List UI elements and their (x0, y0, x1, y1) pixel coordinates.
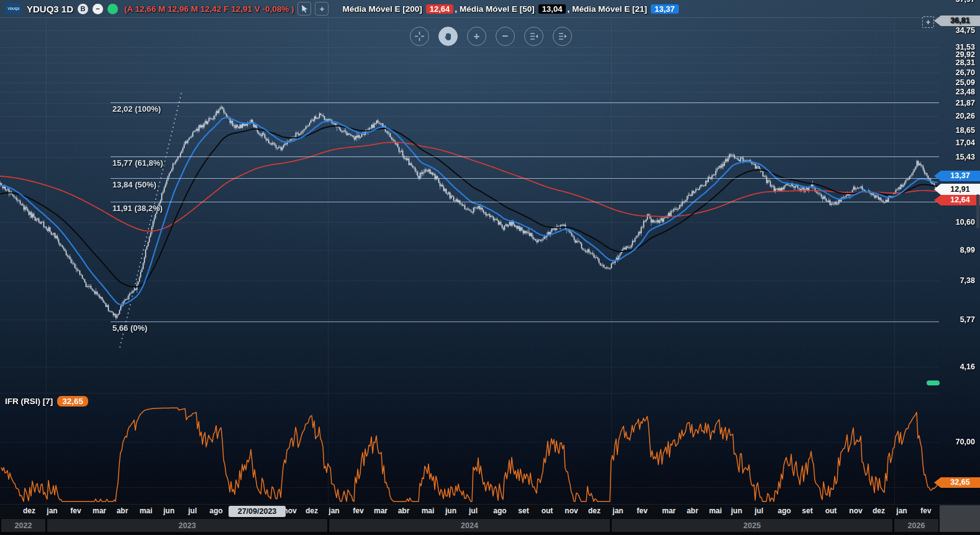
month-label: jul (188, 506, 197, 515)
year-band: 2026 (894, 519, 938, 532)
fib-level-line[interactable] (111, 202, 939, 202)
rsi-indicator-header: IFR (RSI) [7] 32,65 (5, 396, 88, 407)
month-label: ago (493, 506, 506, 515)
price-tick-label: 23,48 (938, 87, 975, 97)
year-band: 2025 (612, 519, 892, 532)
fib-level-label[interactable]: 22,02 (100%) (112, 104, 161, 114)
month-label: mai (140, 506, 153, 515)
month-label: abr (687, 506, 699, 515)
month-label: mar (662, 506, 676, 515)
time-axis[interactable]: dezjanfevmarabrmaijunjulagosetoutnovdezj… (0, 504, 980, 535)
month-label: mai (422, 506, 435, 515)
fib-level-line[interactable] (111, 156, 939, 157)
fib-level-line[interactable] (111, 321, 939, 322)
price-tick-label: 21,87 (938, 98, 975, 108)
axis-corner-block (940, 505, 980, 532)
month-label: jul (469, 506, 478, 515)
month-label: jan (47, 506, 57, 515)
ma21-value-badge[interactable]: 13,37 (651, 4, 679, 14)
month-label: nov (565, 506, 578, 515)
exchange-b-icon[interactable]: B (78, 4, 88, 14)
month-label: fev (353, 506, 363, 515)
price-tick-label: 4,16 (938, 362, 975, 372)
month-label: ago (209, 506, 222, 515)
price-tick-label: 28,31 (938, 58, 975, 68)
year-band: 2023 (47, 519, 327, 532)
month-label: jan (612, 506, 623, 515)
month-label: jun (445, 506, 456, 515)
ema21-price-tag: 13,37 (934, 171, 980, 181)
month-label: out (825, 506, 837, 515)
month-label: mai (709, 506, 722, 515)
price-tick-label: 10,60 (938, 217, 975, 227)
price-tick-label: 15,43 (938, 152, 975, 162)
legend-separator: , (455, 4, 457, 14)
price-tick-label: 5,77 (938, 315, 975, 325)
month-label: set (802, 506, 812, 515)
symbol-logo-text: YDUQ3 (7, 7, 19, 11)
fib-level-line[interactable] (111, 178, 939, 179)
month-label: abr (398, 506, 410, 515)
collapse-circle-icon[interactable]: − (93, 4, 103, 14)
crosshair-tool-button[interactable] (410, 27, 429, 46)
chart-toolbar: + − (410, 27, 572, 46)
pan-hand-tool-button[interactable] (438, 27, 458, 46)
year-band: 2022 (1, 519, 45, 532)
date-marker-tag[interactable]: 27/09/2023 (229, 506, 286, 517)
month-label: mar (374, 506, 388, 515)
price-chart-canvas[interactable] (0, 0, 980, 504)
month-label: jul (755, 506, 763, 515)
compress-left-button[interactable] (524, 27, 543, 46)
compress-left-icon (529, 32, 538, 40)
price-tick-label: 26,70 (938, 68, 975, 78)
month-label: fev (637, 506, 647, 515)
indicator-legend: Média Móvel E [200] 12,64 , Média Móvel … (342, 4, 678, 14)
month-label: dez (873, 506, 885, 515)
fib-level-label[interactable]: 11,91 (38,2%) (112, 204, 163, 213)
price-tick-label: 25,09 (938, 78, 975, 88)
price-tick-label: 70,00 (938, 437, 975, 447)
price-tick-label: 7,38 (938, 276, 975, 285)
ma200-value-badge[interactable]: 12,64 (426, 4, 454, 14)
year-row: 20222023202420252026 (0, 519, 980, 532)
ma50-legend-label[interactable]: Média Móvel E [50] (460, 4, 535, 14)
legend-separator: , (567, 4, 569, 14)
ma200-legend-label[interactable]: Média Móvel E [200] (342, 4, 422, 14)
chart-header: YDUQ3 YDUQ3 1D B − (A 12,66 M 12,96 M 12… (0, 0, 980, 18)
rsi-value-badge: 32,65 (57, 396, 88, 407)
month-label: jan (896, 506, 907, 515)
minus-icon: − (502, 30, 509, 43)
price-tick-label: 34,75 (938, 25, 975, 35)
month-label: dez (588, 506, 601, 515)
ema200-price-tag: 12,64 (934, 195, 980, 205)
month-label: dez (306, 506, 318, 515)
month-label: jan (329, 506, 339, 515)
month-label: out (542, 506, 553, 515)
month-label: ago (778, 506, 791, 515)
year-band: 2024 (329, 519, 610, 532)
panel-divider (0, 393, 939, 393)
symbol-title[interactable]: YDUQ3 (27, 4, 59, 14)
compress-right-button[interactable] (553, 27, 572, 46)
ma50-value-badge[interactable]: 13,04 (538, 4, 566, 14)
rsi-label: IFR (RSI) [7] (5, 397, 53, 406)
month-label: jun (163, 506, 175, 515)
market-open-indicator (107, 4, 118, 14)
event-marker-pill (927, 380, 940, 385)
zoom-out-button[interactable]: − (496, 27, 515, 46)
hand-icon (444, 32, 453, 41)
price-tick-label: 18,65 (938, 125, 975, 135)
fib-level-label[interactable]: 15,77 (61,8%) (112, 158, 163, 168)
fib-level-line[interactable] (111, 102, 939, 103)
ohlc-summary: (A 12,66 M 12,96 M 12,42 F 12,91 V -0,08… (124, 4, 294, 14)
vertical-scrollbar-thumb[interactable] (976, 194, 979, 228)
add-panel-button[interactable]: + (315, 2, 329, 16)
month-label: nov (849, 506, 862, 515)
zoom-in-button[interactable]: + (467, 27, 486, 46)
ma21-legend-label[interactable]: Média Móvel E [21] (572, 4, 647, 14)
fib-level-label[interactable]: 5,66 (0%) (112, 323, 147, 333)
month-label: jun (731, 506, 742, 515)
symbol-logo: YDUQ3 (5, 3, 22, 14)
pointer-tool-button[interactable] (297, 2, 311, 16)
fib-level-label[interactable]: 13,84 (50%) (112, 180, 157, 189)
